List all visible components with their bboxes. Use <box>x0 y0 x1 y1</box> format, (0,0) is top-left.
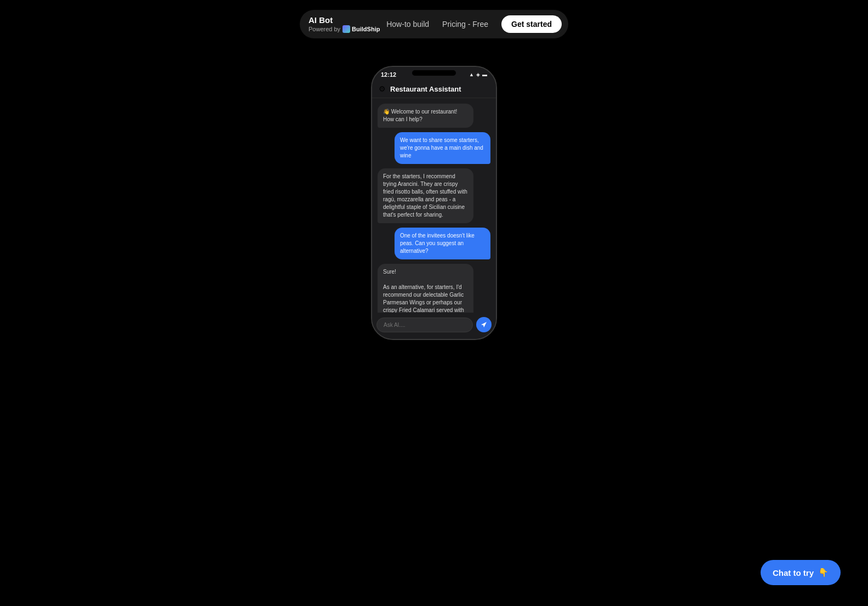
status-bar: 12:12 ▲ ◈ ▬ <box>372 67 496 80</box>
wifi-icon: ◈ <box>476 72 480 77</box>
message-text: 👋 Welcome to our restaurant! How can I h… <box>383 109 457 122</box>
buildship-logo: BuildShip <box>342 25 380 33</box>
signal-icon: ▲ <box>469 72 474 77</box>
chat-to-try-button[interactable]: Chat to try 👇 <box>761 560 841 585</box>
phone-mockup: 12:12 ▲ ◈ ▬ ⚙ Restaurant Assistant 👋 Wel… <box>371 66 497 340</box>
buildship-text: BuildShip <box>352 26 380 32</box>
get-started-button[interactable]: Get started <box>501 15 562 33</box>
status-icons: ▲ ◈ ▬ <box>469 72 487 77</box>
navbar-brand: AI Bot Powered by BuildShip <box>309 15 380 33</box>
send-icon <box>481 321 487 328</box>
navbar-title: AI Bot <box>309 15 333 25</box>
battery-icon: ▬ <box>482 72 487 77</box>
message-text: We want to share some starters, we're go… <box>400 137 483 158</box>
message-user-2: One of the invitees doesn't like peas. C… <box>395 228 490 259</box>
nav-link-pricing[interactable]: Pricing - Free <box>442 20 488 29</box>
message-text: One of the invitees doesn't like peas. C… <box>400 233 475 254</box>
message-bot-2: For the starters, I recommend trying Ara… <box>378 168 473 223</box>
chat-to-try-emoji: 👇 <box>818 568 829 577</box>
nav-link-how-to-build[interactable]: How-to build <box>386 20 429 29</box>
navbar: AI Bot Powered by BuildShip How-to build… <box>300 10 568 38</box>
chat-header: ⚙ Restaurant Assistant <box>372 80 496 98</box>
powered-by-label: Powered by <box>309 26 340 32</box>
phone-frame: 12:12 ▲ ◈ ▬ ⚙ Restaurant Assistant 👋 Wel… <box>371 66 497 340</box>
message-text: Sure!As an alternative, for starters, I'… <box>383 269 464 313</box>
navbar-powered: Powered by BuildShip <box>309 25 380 33</box>
chat-input[interactable] <box>376 318 473 332</box>
navbar-links: How-to build Pricing - Free Get started <box>386 15 562 33</box>
buildship-icon <box>342 25 350 33</box>
status-time: 12:12 <box>381 71 396 78</box>
message-bot-3: Sure!As an alternative, for starters, I'… <box>378 264 473 313</box>
restaurant-icon: ⚙ <box>379 84 386 93</box>
chat-to-try-label: Chat to try <box>773 568 814 577</box>
chat-input-area <box>372 313 496 339</box>
chat-header-title: Restaurant Assistant <box>390 85 461 93</box>
status-pill <box>412 70 456 76</box>
chat-messages: 👋 Welcome to our restaurant! How can I h… <box>372 98 496 313</box>
message-text: For the starters, I recommend trying Ara… <box>383 173 467 218</box>
chat-send-button[interactable] <box>476 317 492 332</box>
message-bot-1: 👋 Welcome to our restaurant! How can I h… <box>378 104 473 128</box>
message-user-1: We want to share some starters, we're go… <box>395 132 490 164</box>
